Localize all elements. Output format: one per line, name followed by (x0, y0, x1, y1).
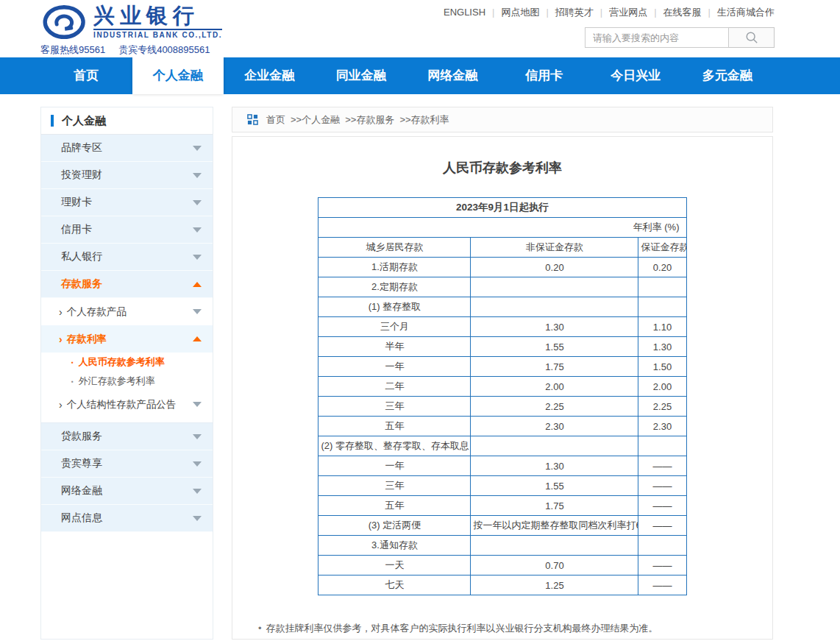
chevron-down-icon (193, 200, 202, 205)
table-cell: —— (638, 576, 686, 595)
table-cell: 0.70 (471, 556, 638, 576)
nav-tab[interactable]: 网络金融 (407, 57, 499, 94)
sidebar-item[interactable]: 理财卡 (41, 189, 213, 216)
sidebar-item[interactable]: 贵宾尊享 (41, 450, 213, 478)
sidebar-title: 个人金融 (41, 107, 213, 135)
table-cell: —— (638, 496, 686, 516)
top-link[interactable]: 网点地图 (501, 7, 539, 18)
table-cell: 一天 (318, 556, 471, 576)
bank-name-cn: 兴业银行 (93, 4, 222, 28)
bank-logo-icon (40, 4, 88, 40)
bullet-icon: ▪ (71, 378, 74, 385)
sidebar-leaf-item[interactable]: ▪外汇存款参考利率 (41, 372, 213, 391)
nav-tab[interactable]: 信用卡 (499, 57, 591, 94)
breadcrumb-segment[interactable]: 首页 (266, 114, 285, 125)
table-cell: 五年 (318, 496, 471, 516)
sidebar-subitem[interactable]: ›个人存款产品 (41, 298, 213, 325)
chevron-down-icon (193, 146, 202, 151)
sidebar-item-label: 存款服务 (61, 277, 102, 291)
sidebar-subitem[interactable]: ›存款利率 (41, 325, 213, 353)
table-row: 半年1.551.30 (318, 337, 686, 357)
sidebar-item[interactable]: 存款服务 (41, 271, 213, 298)
sidebar-item[interactable]: 信用卡 (41, 216, 213, 244)
sidebar-item[interactable]: 贷款服务 (41, 423, 213, 450)
table-cell: 1.活期存款 (318, 258, 471, 277)
table-cell: 1.10 (638, 317, 686, 337)
table-cell: (1) 整存整取 (318, 297, 471, 317)
breadcrumb: 首页>>个人金融>>存款服务>>存款利率 (232, 107, 773, 132)
table-cell: —— (638, 516, 686, 536)
hotline-numbers: 客服热线95561贵宾专线4008895561 (40, 43, 223, 57)
table-cell: 年利率 (%) (318, 218, 686, 238)
table-cell: (2) 零存整取、整存零取、存本取息 (318, 436, 471, 456)
table-row: 城乡居民存款非保证金存款保证金存款 (318, 238, 686, 258)
table-cell (638, 436, 686, 456)
top-link-separator: | (492, 7, 494, 18)
sidebar-item[interactable]: 私人银行 (41, 244, 213, 271)
top-link[interactable]: 营业网点 (609, 7, 647, 18)
search-icon (745, 31, 758, 44)
sidebar-item-label: 投资理财 (61, 169, 102, 182)
sidebar-subitem-text: 存款利率 (67, 333, 107, 346)
sidebar-subitem-label: ›存款利率 (59, 333, 107, 346)
chevron-down-icon (193, 461, 202, 467)
sidebar-item[interactable]: 品牌专区 (41, 135, 213, 162)
sidebar-item-label: 网点信息 (61, 511, 102, 525)
search-input[interactable] (585, 27, 729, 48)
sidebar-leaf-item[interactable]: ▪人民币存款参考利率 (41, 353, 213, 372)
sidebar-items: 品牌专区投资理财理财卡信用卡私人银行存款服务›个人存款产品›存款利率▪人民币存款… (41, 135, 213, 532)
table-cell: 0.20 (638, 258, 686, 277)
sidebar-subitem[interactable]: ›个人结构性存款产品公告 (41, 391, 213, 418)
sidebar-item-label: 私人银行 (61, 250, 102, 263)
table-cell (638, 536, 686, 556)
chevron-down-icon (193, 255, 202, 260)
top-link[interactable]: 招聘英才 (555, 7, 594, 18)
table-cell (638, 277, 686, 297)
table-cell: —— (638, 556, 686, 576)
sidebar-item-label: 网络金融 (61, 484, 102, 497)
top-link[interactable]: ENGLISH (444, 7, 485, 18)
top-link[interactable]: 在线客服 (663, 7, 702, 18)
sidebar-item-label: 贷款服务 (61, 430, 102, 443)
nav-tab[interactable]: 今日兴业 (590, 57, 682, 94)
sidebar: 个人金融 品牌专区投资理财理财卡信用卡私人银行存款服务›个人存款产品›存款利率▪… (40, 107, 213, 640)
table-cell: 1.75 (471, 357, 638, 377)
table-cell: 七天 (318, 576, 471, 595)
nav-tab[interactable]: 个人金融 (132, 54, 224, 94)
table-row: 一年1.30—— (318, 456, 686, 476)
chevron-right-icon: › (59, 333, 63, 345)
nav-tab[interactable]: 同业金融 (316, 57, 407, 94)
table-cell: 2.25 (638, 397, 686, 417)
table-cell: 2.00 (471, 377, 638, 397)
table-cell (471, 436, 638, 456)
top-header: 兴业银行 INDUSTRIAL BANK CO.,LTD. 客服热线95561贵… (0, 0, 840, 57)
sidebar-item[interactable]: 网络金融 (41, 478, 213, 505)
table-cell: 1.50 (638, 357, 686, 377)
sidebar-title-accent (51, 115, 54, 127)
table-row: (1) 整存整取 (318, 297, 686, 317)
table-cell: 2023年9月1日起执行 (318, 198, 686, 218)
nav-tab[interactable]: 企业金融 (224, 57, 316, 94)
chevron-down-icon (193, 489, 202, 494)
search-button[interactable] (729, 27, 775, 48)
nav-tab[interactable]: 首页 (40, 57, 132, 94)
sidebar-item[interactable]: 网点信息 (41, 505, 213, 532)
breadcrumb-separator: >> (399, 114, 410, 125)
breadcrumb-segment[interactable]: 个人金融 (302, 114, 340, 125)
table-cell (471, 277, 638, 297)
sidebar-item[interactable]: 投资理财 (41, 162, 213, 189)
breadcrumb-segment[interactable]: 存款利率 (411, 114, 449, 125)
breadcrumb-segment[interactable]: 存款服务 (356, 114, 394, 125)
table-cell: 1.75 (471, 496, 638, 516)
top-link[interactable]: 生活商城合作 (717, 7, 775, 18)
sidebar-title-label: 个人金融 (62, 114, 106, 128)
table-cell: 非保证金存款 (471, 238, 638, 258)
sidebar-item-label: 品牌专区 (61, 141, 102, 155)
breadcrumb-separator: >> (291, 114, 302, 125)
bank-logo: 兴业银行 INDUSTRIAL BANK CO.,LTD. 客服热线95561贵… (40, 4, 223, 57)
table-cell: 一年 (318, 456, 471, 476)
table-cell: 按一年以内定期整存整取同档次利率打6折 (471, 516, 638, 536)
table-cell: 1.55 (471, 337, 638, 357)
table-cell: 五年 (318, 417, 471, 436)
nav-tab[interactable]: 多元金融 (682, 57, 774, 94)
